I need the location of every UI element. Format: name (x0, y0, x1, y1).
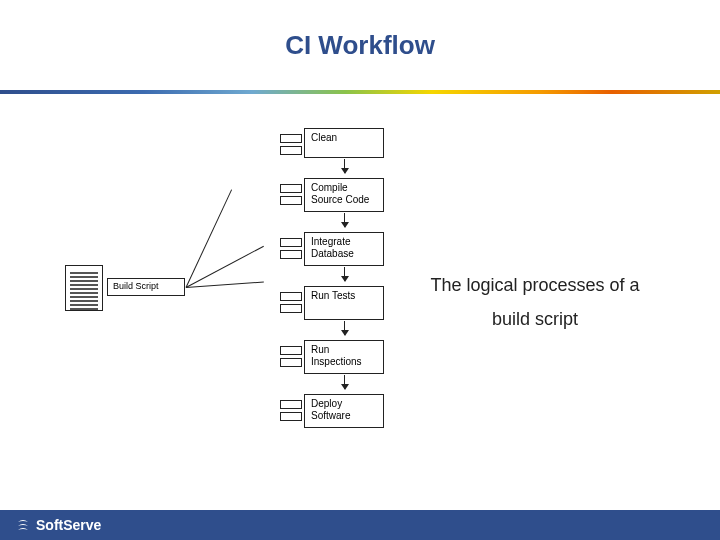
input-stub-icon (280, 238, 302, 247)
flow-arrow-icon (344, 267, 345, 281)
brand-name: SoftServe (36, 517, 101, 533)
step-integrate-db: Integrate Database (304, 232, 384, 266)
step-label: Compile Source Code (311, 182, 369, 205)
step-compile: Compile Source Code (304, 178, 384, 212)
step-label: Clean (311, 132, 337, 143)
connector-line (186, 282, 264, 288)
flow-arrow-icon (344, 213, 345, 227)
step-run-tests: Run Tests (304, 286, 384, 320)
step-run-inspections: Run Inspections (304, 340, 384, 374)
input-stub-icon (280, 346, 302, 355)
input-stub-icon (280, 412, 302, 421)
step-label: Run Tests (311, 290, 355, 301)
build-script-label: Build Script (107, 278, 185, 296)
softserve-mark-icon (14, 516, 32, 534)
input-stub-icon (280, 358, 302, 367)
flow-arrow-icon (344, 321, 345, 335)
input-stub-icon (280, 400, 302, 409)
step-deploy: Deploy Software (304, 394, 384, 428)
brand-logo: SoftServe (14, 516, 101, 534)
step-label: Deploy Software (311, 398, 350, 421)
input-stub-icon (280, 184, 302, 193)
flow-arrow-icon (344, 159, 345, 173)
input-stub-icon (280, 250, 302, 259)
script-document-icon (65, 265, 103, 311)
input-stub-icon (280, 134, 302, 143)
input-stub-icon (280, 304, 302, 313)
color-divider (0, 90, 720, 94)
page-title: CI Workflow (0, 0, 720, 61)
input-stub-icon (280, 146, 302, 155)
workflow-diagram: Build Script Clean Compile Source Code I… (0, 110, 400, 510)
input-stub-icon (280, 292, 302, 301)
footer-bar: SoftServe (0, 510, 720, 540)
flow-arrow-icon (344, 375, 345, 389)
connector-line (186, 189, 233, 287)
diagram-caption: The logical processes of a build script (410, 268, 660, 336)
step-label: Run Inspections (311, 344, 362, 367)
step-label: Integrate Database (311, 236, 354, 259)
step-clean: Clean (304, 128, 384, 158)
input-stub-icon (280, 196, 302, 205)
